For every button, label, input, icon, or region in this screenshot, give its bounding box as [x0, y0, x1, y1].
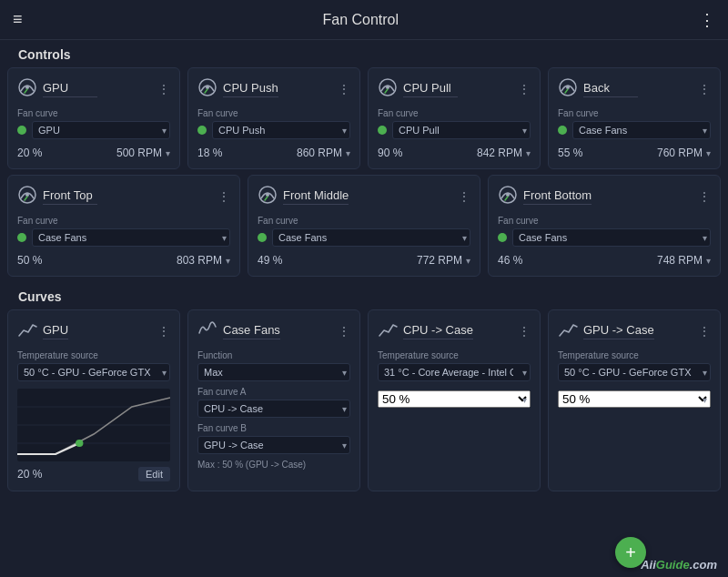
fan-curve-select-row: Case Fans — [258, 228, 470, 247]
hamburger-icon[interactable]: ≡ — [13, 10, 23, 29]
fan-curve-b-dropdown[interactable]: GPU -> Case — [197, 436, 350, 454]
percent-select-wrapper: 50 % — [378, 390, 531, 408]
fan-card-menu-icon[interactable]: ⋮ — [157, 82, 170, 96]
curve-card-gpu: GPU ⋮ Temperature source 50 °C - GPU - G… — [7, 309, 180, 491]
fan-curve-select-row: Case Fans — [558, 121, 711, 139]
curve-icon — [558, 319, 578, 343]
fan-stats: 49 % 772 RPM ▾ — [258, 254, 470, 267]
curve-card-menu-icon[interactable]: ⋮ — [518, 324, 531, 339]
chart-bg — [17, 389, 170, 461]
fan-card-menu-icon[interactable]: ⋮ — [698, 82, 711, 96]
watermark: AiiGuide.com — [641, 558, 717, 572]
fan-percent: 18 % — [197, 147, 222, 159]
svg-line-14 — [25, 197, 27, 200]
edit-button[interactable]: Edit — [138, 467, 170, 481]
temp-source-dropdown[interactable]: 31 °C - Core Average - Intel Con — [378, 363, 531, 381]
fan-card-menu-icon[interactable]: ⋮ — [338, 82, 350, 96]
fan-card-menu-icon[interactable]: ⋮ — [217, 189, 230, 204]
fan-curve-select-wrapper: GPU — [32, 121, 170, 139]
fan-name: Front Bottom — [523, 188, 592, 205]
fan-name: CPU Pull — [403, 81, 458, 97]
fan-curve-label: Fan curve — [17, 108, 170, 118]
temp-source-label: Temperature source — [378, 350, 531, 360]
fan-stats: 90 % 842 RPM ▾ — [378, 147, 531, 159]
fan-curve-dropdown[interactable]: GPU — [32, 121, 170, 139]
fan-speed-icon — [558, 77, 578, 101]
fan-curve-select-wrapper: Case Fans — [272, 228, 470, 247]
curve-card-case-fans: Case Fans ⋮ Function Max Fan curve A CPU… — [187, 309, 360, 491]
temp-source-dropdown[interactable]: 50 °C - GPU - GeForce GTX 106 — [17, 363, 170, 381]
fan-curve-dropdown[interactable]: CPU Push — [212, 121, 350, 139]
percent-dropdown[interactable]: 50 % — [558, 390, 711, 408]
fan-curve-label: Fan curve — [258, 216, 470, 226]
curve-card-cpu-case: CPU -> Case ⋮ Temperature source 31 °C -… — [368, 309, 541, 491]
fan-curve-dropdown[interactable]: CPU Pull — [392, 121, 531, 139]
fan-curve-b-label: Fan curve B — [197, 423, 350, 433]
rpm-chevron-icon: ▾ — [466, 256, 470, 266]
app-header: ≡ Fan Control ⋮ — [0, 0, 728, 40]
active-indicator — [558, 126, 567, 135]
fan-rpm: 500 RPM — [116, 147, 162, 159]
fan-name: Front Top — [43, 188, 97, 205]
curve-card-menu-icon[interactable]: ⋮ — [698, 324, 711, 339]
active-indicator — [17, 233, 26, 242]
svg-line-8 — [385, 89, 388, 93]
fan-percent: 46 % — [498, 254, 522, 267]
fan-curve-select-row: GPU — [17, 121, 170, 139]
fan-rpm: 842 RPM — [477, 147, 522, 159]
curve-icon — [17, 319, 37, 343]
fan-curve-a-wrapper: CPU -> Case — [197, 400, 350, 418]
fan-rpm: 748 RPM — [657, 254, 703, 267]
curve-card-menu-icon[interactable]: ⋮ — [338, 324, 350, 339]
fan-card-menu-icon[interactable]: ⋮ — [458, 189, 470, 204]
fan-curve-b-wrapper: GPU -> Case — [197, 436, 350, 454]
fan-card: CPU Pull ⋮ Fan curve CPU Pull 90 % 842 R… — [368, 67, 541, 169]
curve-card-header: GPU -> Case ⋮ — [558, 319, 711, 343]
active-indicator — [17, 126, 26, 135]
function-dropdown[interactable]: Max — [197, 363, 350, 381]
fan-card: Back ⋮ Fan curve Case Fans 55 % 760 RPM … — [548, 67, 721, 169]
app-title: Fan Control — [322, 12, 399, 28]
fan-speed-icon — [17, 185, 37, 208]
fan-curve-dropdown[interactable]: Case Fans — [572, 121, 711, 139]
more-menu-icon[interactable]: ⋮ — [699, 10, 715, 30]
active-indicator — [378, 126, 387, 135]
temp-source-dropdown[interactable]: 50 °C - GPU - GeForce GTX 106 — [558, 363, 711, 381]
curve-card-header: CPU -> Case ⋮ — [378, 319, 531, 343]
percent-dropdown[interactable]: 50 % — [378, 390, 531, 408]
fan-curve-select-row: CPU Push — [197, 121, 350, 139]
active-indicator — [258, 233, 267, 242]
fan-card-header: CPU Pull ⋮ — [378, 77, 531, 101]
fan-curve-dropdown[interactable]: Case Fans — [272, 228, 470, 247]
curve-name: GPU — [43, 323, 68, 339]
fan-speed-icon — [197, 77, 217, 101]
fan-curve-dropdown[interactable]: Case Fans — [32, 228, 230, 247]
svg-line-17 — [265, 197, 268, 200]
plus-icon: + — [625, 542, 636, 563]
fan-card-menu-icon[interactable]: ⋮ — [518, 82, 531, 96]
fan-stats: 50 % 803 RPM ▾ — [17, 254, 230, 267]
controls-row-1: GPU ⋮ Fan curve GPU 20 % 500 RPM ▾ — [7, 67, 721, 169]
rpm-chevron-icon: ▾ — [226, 256, 230, 266]
fan-rpm: 772 RPM — [417, 254, 462, 267]
function-select-wrapper: Max — [197, 363, 350, 381]
curve-card-menu-icon[interactable]: ⋮ — [157, 324, 170, 339]
fan-stats: 18 % 860 RPM ▾ — [197, 147, 350, 159]
fan-curve-a-dropdown[interactable]: CPU -> Case — [197, 400, 350, 418]
fan-percent: 20 % — [17, 147, 42, 159]
controls-row-2: Front Top ⋮ Fan curve Case Fans 50 % 803… — [7, 175, 721, 277]
fan-speed-icon — [498, 185, 518, 208]
fan-curve-dropdown[interactable]: Case Fans — [512, 228, 711, 247]
function-label: Function — [197, 350, 350, 360]
curves-section-label: Curves — [7, 282, 721, 309]
fan-curve-select-wrapper: Case Fans — [572, 121, 711, 139]
fan-curve-select-row: Case Fans — [17, 228, 230, 247]
fan-curve-label: Fan curve — [378, 108, 531, 118]
curve-card-gpu-case: GPU -> Case ⋮ Temperature source 50 °C -… — [548, 309, 721, 491]
fan-card-menu-icon[interactable]: ⋮ — [698, 189, 711, 204]
main-content: Controls GPU ⋮ Fan curve GPU 20 % — [0, 40, 728, 577]
svg-point-25 — [76, 440, 83, 447]
fan-curve-label: Fan curve — [558, 108, 711, 118]
fan-card-header: Front Bottom ⋮ — [498, 185, 711, 208]
fan-percent: 90 % — [378, 147, 402, 159]
